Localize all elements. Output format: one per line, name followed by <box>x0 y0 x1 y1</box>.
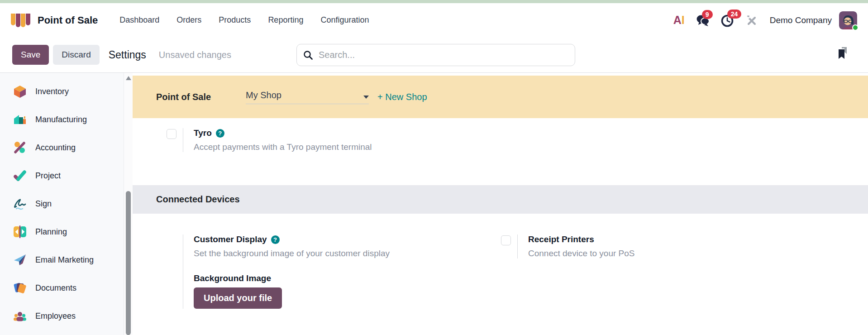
odoo-ai-icon[interactable]: AI <box>673 14 685 27</box>
paper-plane-icon <box>13 253 27 267</box>
ai-letter-i: I <box>682 14 685 27</box>
selected-shop-name: My Shop <box>246 90 281 100</box>
top-accent-strip <box>0 0 868 3</box>
settings-main-panel: Point of Sale My Shop + New Shop Tyro ? … <box>133 73 868 335</box>
planning-icon <box>13 225 27 239</box>
sidebar-item-label: Accounting <box>35 143 76 153</box>
user-menu[interactable]: Demo Company <box>768 11 857 29</box>
sidebar-item-email-marketing[interactable]: Email Marketing <box>0 246 124 274</box>
activities-clock-icon[interactable]: 24 <box>721 14 734 27</box>
tools-glyph <box>745 14 757 26</box>
tyro-description: Accept payments with a Tyro payment term… <box>194 142 372 152</box>
customer-display-setting-box: Customer Display ? Set the background im… <box>133 234 500 309</box>
sidebar-item-manufacturing[interactable]: Manufacturing <box>0 105 124 134</box>
sidebar-item-inventory[interactable]: Inventory <box>0 77 124 105</box>
customer-display-description: Set the background image of your custome… <box>194 249 390 258</box>
shop-select-dropdown[interactable]: My Shop <box>246 90 369 104</box>
page-title: Settings <box>109 49 146 61</box>
receipt-printers-description: Connect device to your PoS <box>528 249 635 258</box>
messages-count-badge: 9 <box>702 10 713 19</box>
tyro-setting-text: Tyro ? Accept payments with a Tyro payme… <box>183 128 372 152</box>
bookmark-icon[interactable] <box>836 46 848 62</box>
customer-display-title: Customer Display <box>194 234 267 244</box>
receipt-printers-text: Receipt Printers Connect device to your … <box>517 234 635 258</box>
online-status-dot <box>852 24 858 31</box>
app-name: Point of Sale <box>38 14 98 26</box>
inventory-cube-icon <box>13 85 27 98</box>
messages-icon[interactable]: 9 <box>696 14 710 27</box>
documents-icon <box>13 281 27 295</box>
background-image-label: Background Image <box>194 273 390 283</box>
nav-item-orders[interactable]: Orders <box>176 15 201 25</box>
receipt-printers-checkbox[interactable] <box>501 235 511 245</box>
company-name: Demo Company <box>770 15 832 25</box>
help-icon[interactable]: ? <box>216 129 224 138</box>
shop-banner-label: Point of Sale <box>156 92 246 102</box>
tools-icon[interactable] <box>745 14 757 26</box>
main-navbar: Point of Sale Dashboard Orders Products … <box>0 3 868 37</box>
search-input[interactable] <box>319 50 568 60</box>
point-of-sale-app-logo[interactable] <box>11 14 31 27</box>
avatar[interactable] <box>839 11 857 29</box>
sidebar-scrollbar[interactable] <box>124 73 133 335</box>
upload-file-button[interactable]: Upload your file <box>194 287 282 309</box>
control-bar: Save Discard Settings Unsaved changes <box>0 37 868 73</box>
tyro-setting-box: Tyro ? Accept payments with a Tyro payme… <box>133 128 868 152</box>
tyro-checkbox[interactable] <box>167 129 176 139</box>
navbar-systray: AI 9 24 De <box>673 11 857 29</box>
section-title: Connected Devices <box>156 194 240 205</box>
sidebar-item-planning[interactable]: Planning <box>0 218 124 246</box>
sidebar-item-sign[interactable]: Sign <box>0 190 124 218</box>
sidebar-item-employees[interactable]: Employees <box>0 302 124 330</box>
content-area: Inventory Manufacturing A <box>0 73 868 335</box>
receipt-printers-setting-box: Receipt Printers Connect device to your … <box>500 234 868 309</box>
scrollbar-up-arrow[interactable] <box>126 76 131 80</box>
connected-devices-section-header: Connected Devices <box>133 185 868 214</box>
customer-display-text: Customer Display ? Set the background im… <box>183 234 390 309</box>
sidebar-item-label: Inventory <box>35 87 69 96</box>
logo-stripe <box>16 14 20 27</box>
activities-count-badge: 24 <box>727 10 742 19</box>
receipt-printers-title: Receipt Printers <box>528 234 594 244</box>
sidebar-item-label: Employees <box>35 311 76 321</box>
sidebar-item-accounting[interactable]: Accounting <box>0 134 124 162</box>
discard-button[interactable]: Discard <box>53 45 99 65</box>
tyro-title: Tyro <box>194 128 212 138</box>
new-shop-link[interactable]: + New Shop <box>377 92 427 102</box>
sidebar-item-label: Project <box>35 171 61 181</box>
sidebar-item-label: Documents <box>35 283 76 293</box>
search-icon <box>303 50 313 60</box>
sidebar-item-label: Planning <box>35 227 67 237</box>
settings-sidebar: Inventory Manufacturing A <box>0 73 124 335</box>
ai-letter-a: A <box>673 14 682 27</box>
employees-icon <box>13 309 27 323</box>
shop-selector-banner: Point of Sale My Shop + New Shop <box>133 76 868 118</box>
bookmark-glyph <box>836 46 848 60</box>
scrollbar-thumb[interactable] <box>126 191 131 335</box>
nav-item-configuration[interactable]: Configuration <box>320 15 369 25</box>
nav-item-reporting[interactable]: Reporting <box>268 15 303 25</box>
logo-stripe <box>21 14 25 27</box>
sidebar-item-label: Sign <box>35 199 52 209</box>
sidebar-item-documents[interactable]: Documents <box>0 274 124 302</box>
sign-signature-icon <box>13 197 27 211</box>
accounting-percent-icon <box>13 141 27 154</box>
chevron-down-icon <box>363 96 369 99</box>
sidebar-item-label: Manufacturing <box>35 115 87 124</box>
logo-stripe <box>11 14 15 25</box>
nav-item-products[interactable]: Products <box>219 15 251 25</box>
save-button[interactable]: Save <box>12 45 49 65</box>
nav-menu: Dashboard Orders Products Reporting Conf… <box>119 15 369 25</box>
sidebar-item-label: Email Marketing <box>35 255 94 265</box>
project-check-icon <box>13 169 27 182</box>
search-box[interactable] <box>296 44 575 66</box>
logo-stripe <box>26 14 30 25</box>
connected-devices-settings-row: Customer Display ? Set the background im… <box>133 234 868 309</box>
manufacturing-icon <box>13 113 27 126</box>
sidebar-item-project[interactable]: Project <box>0 162 124 190</box>
help-icon[interactable]: ? <box>271 235 280 244</box>
unsaved-changes-status: Unsaved changes <box>159 50 231 60</box>
nav-item-dashboard[interactable]: Dashboard <box>119 15 159 25</box>
